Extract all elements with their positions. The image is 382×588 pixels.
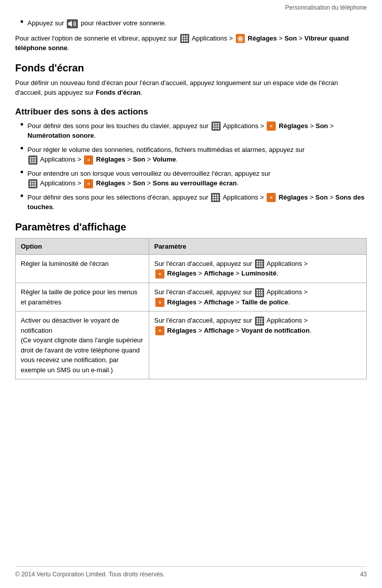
svg-rect-85 (261, 320, 263, 322)
svg-rect-21 (215, 128, 217, 129)
svg-rect-8 (182, 40, 183, 42)
para-sonnerie: Pour activer l'option de sonnerie et vib… (15, 33, 367, 53)
gear-icon-sonnerie (236, 34, 245, 43)
svg-rect-49 (217, 194, 219, 196)
apps-grid-icon-1 (211, 122, 221, 131)
svg-rect-75 (257, 294, 258, 296)
display-table: Option Paramètre Régler la luminosité de… (15, 238, 367, 379)
gear-icon-t2 (155, 298, 164, 307)
svg-rect-41 (34, 183, 36, 184)
bullet-item-clavier: • Pour définir des sons pour les touches… (15, 121, 367, 141)
table-cell-option-2: Régler la taille de police pour les menu… (16, 283, 149, 311)
bullet-dot-4: • (20, 191, 23, 201)
svg-rect-48 (215, 194, 217, 196)
table-cell-param-3: Sur l'écran d'accueil, appuyez sur (149, 311, 366, 379)
section-title-fonds: Fonds d'écran (15, 62, 367, 74)
svg-rect-9 (184, 40, 186, 42)
svg-rect-63 (261, 263, 263, 265)
svg-rect-7 (186, 38, 188, 40)
para-fonds: Pour définir un nouveau fond d'écran pou… (15, 78, 367, 98)
table-row: Régler la taille de police pour les menu… (16, 283, 367, 311)
svg-rect-60 (261, 261, 263, 262)
svg-rect-3 (184, 35, 186, 37)
svg-rect-70 (259, 290, 260, 291)
svg-rect-58 (257, 261, 258, 262)
bullet-dot-2: • (20, 144, 23, 153)
svg-rect-33 (34, 162, 36, 163)
svg-rect-28 (30, 159, 31, 161)
svg-rect-14 (213, 123, 215, 125)
svg-rect-50 (213, 197, 214, 199)
bullet-dot-3: • (20, 168, 23, 177)
svg-rect-71 (261, 290, 263, 291)
svg-rect-51 (215, 197, 217, 199)
apps-grid-icon-sonnerie (180, 34, 189, 43)
svg-rect-6 (184, 38, 186, 40)
svg-rect-10 (186, 40, 188, 42)
svg-rect-26 (32, 157, 34, 159)
svg-rect-15 (215, 123, 217, 125)
svg-rect-62 (259, 263, 260, 265)
svg-rect-39 (30, 183, 31, 184)
bullet-item-verrouillage: • Pour entendre un son lorsque vous verr… (15, 169, 367, 188)
svg-rect-86 (257, 323, 258, 324)
svg-rect-69 (257, 290, 258, 291)
svg-rect-64 (257, 265, 258, 267)
apps-grid-icon-2 (28, 155, 37, 165)
bullet-text-volume: Pour régler le volume des sonneries, not… (27, 145, 305, 165)
table-header-param: Paramètre (149, 238, 366, 254)
table-cell-param-1: Sur l'écran d'accueil, appuyez sur (149, 254, 366, 283)
bullet-section-ring: • Appuyez sur pour réactiver votre sonne… (15, 18, 367, 28)
bullet-text-clavier: Pour définir des sons pour les touches d… (27, 121, 367, 141)
svg-rect-65 (259, 265, 260, 267)
gear-icon-1 (267, 122, 276, 131)
svg-rect-52 (217, 197, 219, 199)
apps-grid-icon-t3 (255, 317, 264, 326)
svg-point-68 (159, 273, 160, 275)
header-title: Personnalisation du téléphone (285, 4, 367, 11)
bullet-item-ring: • Appuyez sur pour réactiver votre sonne… (15, 18, 367, 28)
svg-rect-32 (32, 162, 34, 163)
bullet-text-ring: Appuyez sur pour réactiver votre sonneri… (27, 18, 166, 28)
svg-point-35 (88, 160, 89, 161)
svg-rect-4 (186, 35, 188, 37)
page-header: Personnalisation du téléphone (0, 0, 382, 13)
section-title-sons: Attribuer des sons à des actions (15, 107, 367, 117)
svg-point-13 (240, 38, 241, 39)
svg-rect-38 (34, 181, 36, 182)
table-cell-option-1: Régler la luminosité de l'écran (16, 254, 149, 283)
table-header-row: Option Paramètre (16, 238, 367, 254)
svg-rect-16 (218, 123, 219, 125)
apps-grid-icon-4 (211, 193, 220, 202)
svg-point-46 (88, 183, 89, 184)
svg-rect-19 (218, 126, 219, 127)
main-content: • Appuyez sur pour réactiver votre sonne… (0, 13, 382, 410)
svg-rect-22 (218, 128, 219, 129)
svg-rect-87 (259, 323, 260, 324)
svg-point-90 (159, 330, 160, 331)
svg-rect-80 (257, 318, 258, 320)
svg-point-79 (159, 302, 160, 303)
table-row: Activer ou désactiver le voyant de notif… (16, 311, 367, 379)
svg-point-24 (271, 126, 272, 127)
table-row: Régler la luminosité de l'écran Sur l'éc… (16, 254, 367, 283)
bullet-dot-1: • (20, 120, 23, 129)
svg-rect-17 (213, 126, 215, 127)
apps-grid-icon-t2 (255, 288, 264, 297)
apps-grid-icon-3 (28, 179, 37, 188)
svg-rect-82 (261, 318, 263, 320)
page-footer: © 2014 Vertu Corporation Limited. Tous d… (15, 566, 367, 578)
svg-rect-59 (259, 261, 260, 262)
svg-rect-40 (32, 183, 34, 184)
table-header-option: Option (16, 238, 149, 254)
svg-rect-42 (30, 185, 31, 187)
svg-rect-55 (217, 199, 219, 201)
svg-rect-20 (213, 128, 215, 129)
svg-rect-53 (213, 199, 214, 201)
svg-point-57 (271, 197, 272, 198)
svg-rect-72 (257, 292, 258, 293)
svg-rect-73 (259, 292, 260, 293)
gear-icon-3 (84, 179, 93, 188)
svg-rect-18 (215, 126, 217, 127)
svg-rect-54 (215, 199, 217, 201)
